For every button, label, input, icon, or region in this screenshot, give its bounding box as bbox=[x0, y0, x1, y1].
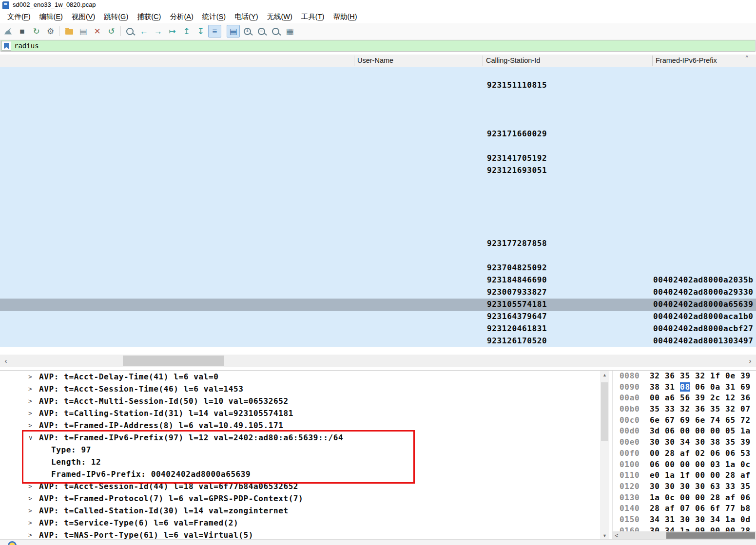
hex-row[interactable]: 0150 34 31 30 30 34 1a 0d bbox=[613, 515, 756, 526]
hex-byte[interactable]: 39 bbox=[740, 437, 751, 447]
hex-byte[interactable]: 00 bbox=[695, 460, 705, 469]
restart-capture-button[interactable]: ↻ bbox=[30, 25, 43, 38]
packet-row[interactable] bbox=[0, 67, 756, 79]
hex-byte[interactable]: 31 bbox=[725, 382, 736, 392]
hex-byte[interactable]: 1a bbox=[740, 426, 751, 435]
hex-byte[interactable]: 35 bbox=[650, 404, 660, 413]
hex-byte[interactable]: 1a bbox=[665, 470, 675, 480]
detail-tree-row[interactable]: >AVP: t=Framed-IP-Address(8) l=6 val=10.… bbox=[0, 420, 600, 432]
column-header-calling-station-id[interactable]: Calling-Station-Id bbox=[486, 56, 540, 64]
hex-byte[interactable]: 67 bbox=[665, 415, 675, 425]
hex-byte[interactable]: 6e bbox=[695, 415, 705, 425]
packet-row[interactable]: 92318484669000402402ad8000a2035b bbox=[0, 274, 756, 286]
hex-byte[interactable]: 32 bbox=[695, 371, 705, 380]
menu-item[interactable]: 帮助(H) bbox=[329, 10, 361, 23]
hex-byte[interactable]: 33 bbox=[725, 482, 736, 491]
menu-item[interactable]: 无线(W) bbox=[262, 10, 296, 23]
hex-byte[interactable]: af bbox=[725, 493, 736, 502]
detail-tree-row[interactable]: >AVP: t=Acct-Multi-Session-Id(50) l=10 v… bbox=[0, 395, 600, 408]
find-packet-button[interactable] bbox=[123, 25, 136, 38]
hex-byte[interactable]: 38 bbox=[650, 382, 660, 392]
hex-row[interactable]: 00b0 35 33 32 36 35 32 07 bbox=[613, 404, 756, 415]
hex-row[interactable]: 0110 e0 1a 1f 00 00 28 af bbox=[613, 470, 756, 482]
expand-icon[interactable]: > bbox=[28, 385, 32, 393]
packet-row[interactable]: 92310557418100402402ad8000a65639 bbox=[0, 299, 756, 311]
hex-row[interactable]: 00f0 00 28 af 02 06 06 53 bbox=[613, 449, 756, 460]
detail-vscrollbar[interactable]: ▲ ▼ bbox=[600, 371, 609, 540]
display-filter-input[interactable] bbox=[11, 40, 755, 52]
hex-byte[interactable]: 33 bbox=[665, 404, 675, 413]
go-first-packet-button[interactable]: ↥ bbox=[180, 25, 193, 38]
hex-byte[interactable]: 07 bbox=[740, 404, 751, 413]
hex-byte[interactable]: 30 bbox=[650, 437, 660, 447]
expand-icon[interactable]: > bbox=[28, 531, 32, 539]
packet-row[interactable]: 92312617052000402402ad8001303497 bbox=[0, 335, 756, 347]
hex-byte[interactable]: 28 bbox=[710, 493, 720, 502]
hex-hscrollbar[interactable]: < bbox=[613, 531, 756, 540]
packet-row[interactable]: 923121693051 bbox=[0, 165, 756, 177]
hex-byte[interactable]: b8 bbox=[740, 504, 751, 513]
hex-byte[interactable]: 0c bbox=[740, 460, 751, 469]
detail-tree-row[interactable]: >AVP: t=Called-Station-Id(30) l=14 val=z… bbox=[0, 505, 600, 517]
detail-tree-row[interactable]: ∨AVP: t=Framed-IPv6-Prefix(97) l=12 val=… bbox=[0, 432, 600, 444]
menu-item[interactable]: 统计(S) bbox=[198, 10, 230, 23]
packet-row[interactable] bbox=[0, 116, 756, 128]
packet-list-hscrollbar[interactable]: ‹ › bbox=[0, 355, 756, 367]
hex-row[interactable]: 00c0 6e 67 69 6e 74 65 72 bbox=[613, 415, 756, 427]
hex-byte[interactable]: 3d bbox=[650, 426, 660, 435]
hex-hscrollbar-thumb[interactable] bbox=[666, 532, 755, 539]
scroll-left-icon[interactable]: < bbox=[613, 531, 620, 540]
hex-byte[interactable]: 30 bbox=[680, 515, 690, 524]
hex-byte[interactable]: 06 bbox=[665, 426, 675, 435]
menu-item[interactable]: 跳转(G) bbox=[99, 10, 133, 23]
detail-tree-row[interactable]: >AVP: t=NAS-Port-Type(61) l=6 val=Virtua… bbox=[0, 529, 600, 540]
reload-file-button[interactable]: ↺ bbox=[105, 25, 118, 38]
hex-byte[interactable]: 53 bbox=[740, 449, 751, 458]
auto-scroll-button[interactable]: ≡ bbox=[208, 25, 221, 38]
hex-byte[interactable]: af bbox=[665, 504, 675, 513]
zoom-reset-button[interactable] bbox=[269, 25, 282, 38]
hscrollbar-thumb[interactable] bbox=[123, 356, 224, 366]
scroll-up-icon[interactable]: ▲ bbox=[600, 371, 609, 379]
hex-byte[interactable]: 30 bbox=[695, 437, 705, 447]
hex-byte[interactable]: 00 bbox=[650, 449, 660, 458]
hex-byte[interactable]: 00 bbox=[695, 493, 705, 502]
menu-item[interactable]: 文件(F) bbox=[3, 10, 35, 23]
packet-row[interactable] bbox=[0, 140, 756, 152]
packet-row[interactable]: 923151110815 bbox=[0, 79, 756, 92]
hex-byte[interactable]: 0d bbox=[740, 515, 751, 524]
menu-item[interactable]: 工具(T) bbox=[297, 10, 329, 23]
hex-byte[interactable]: 35 bbox=[740, 482, 751, 491]
hex-byte[interactable]: a6 bbox=[665, 393, 675, 402]
hex-byte[interactable]: 00 bbox=[650, 393, 660, 402]
hex-byte[interactable]: 00 bbox=[680, 493, 690, 502]
detail-tree-row[interactable]: >AVP: t=Service-Type(6) l=6 val=Framed(2… bbox=[0, 517, 600, 529]
hex-byte[interactable]: 35 bbox=[710, 404, 720, 413]
packet-row[interactable]: 923171660029 bbox=[0, 128, 756, 140]
hex-row[interactable]: 0130 1a 0c 00 00 28 af 06 bbox=[613, 493, 756, 504]
scroll-left-icon[interactable]: ‹ bbox=[0, 355, 12, 367]
hex-byte[interactable]: 30 bbox=[650, 482, 660, 491]
hex-byte[interactable]: 1f bbox=[680, 470, 690, 480]
hex-byte[interactable]: 30 bbox=[695, 515, 705, 524]
packet-row[interactable] bbox=[0, 213, 756, 226]
hex-row[interactable]: 00d0 3d 06 00 00 00 05 1a bbox=[613, 426, 756, 437]
hex-byte[interactable]: 30 bbox=[695, 482, 705, 491]
detail-tree-row[interactable]: >AVP: t=Acct-Delay-Time(41) l=6 val=0 bbox=[0, 371, 600, 383]
detail-tree-row[interactable]: >AVP: t=Framed-Protocol(7) l=6 val=GPRS-… bbox=[0, 493, 600, 505]
expand-icon[interactable]: > bbox=[28, 373, 32, 380]
hex-row[interactable]: 0100 06 00 00 00 03 1a 0c bbox=[613, 460, 756, 471]
hex-byte[interactable]: 31 bbox=[665, 515, 675, 524]
detail-tree-row[interactable]: >AVP: t=Acct-Session-Time(46) l=6 val=14… bbox=[0, 383, 600, 395]
resize-columns-button[interactable]: ▦ bbox=[283, 25, 296, 38]
zoom-out-button[interactable]: − bbox=[255, 25, 268, 38]
sort-indicator-icon[interactable]: ^ bbox=[746, 55, 748, 60]
hex-byte[interactable]: 1a bbox=[725, 515, 736, 524]
stop-capture-button[interactable]: ■ bbox=[16, 25, 29, 38]
expand-icon[interactable]: > bbox=[28, 422, 32, 429]
go-to-packet-button[interactable]: ↦ bbox=[166, 25, 179, 38]
hex-byte[interactable]: 06 bbox=[740, 493, 751, 502]
column-separator[interactable] bbox=[652, 56, 653, 66]
column-header-user-name[interactable]: User-Name bbox=[357, 56, 393, 64]
hex-byte[interactable]: 35 bbox=[680, 371, 690, 380]
